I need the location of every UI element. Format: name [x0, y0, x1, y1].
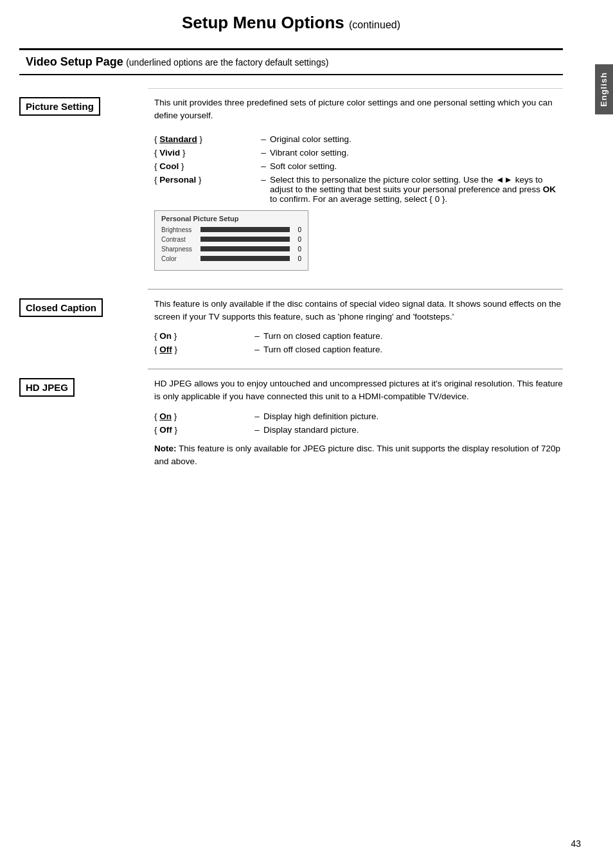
slider-sharpness: Sharpness 0 — [161, 246, 301, 253]
dash-cc-on: – — [251, 330, 263, 342]
desc-hd-on: Display high definition picture. — [263, 410, 563, 422]
dash-hd-off: – — [251, 424, 263, 436]
picture-setting-row: Picture Setting This unit provides three… — [19, 88, 563, 289]
slider-brightness-label: Brightness — [161, 226, 197, 233]
section-header-bold: Video Setup Page — [26, 55, 123, 68]
content-area: Setup Menu Options (continued) Video Set… — [0, 0, 595, 494]
option-hd-off: { Off } — [154, 424, 251, 436]
personal-setup-box: Personal Picture Setup Brightness 0 Cont… — [154, 210, 308, 271]
option-vivid: { Vivid } — [154, 147, 257, 159]
hd-jpeg-row: HD JPEG HD JPEG allows you to enjoy unto… — [19, 369, 563, 481]
dash-hd-on: – — [251, 410, 263, 422]
picture-options-area: { Standard } – Original color setting. {… — [154, 129, 563, 276]
slider-brightness-track — [200, 227, 290, 232]
desc-cool: Soft color setting. — [270, 160, 563, 172]
option-cc-off: { Off } — [154, 343, 251, 356]
closed-caption-options: { On } – Turn on closed caption feature.… — [154, 330, 563, 356]
settings-area: Picture Setting This unit provides three… — [19, 88, 563, 481]
desc-personal: Select this to personalize the picture c… — [270, 174, 563, 205]
title-continued: (continued) — [349, 19, 400, 30]
title-text: Setup Menu Options — [182, 13, 344, 32]
page-number: 43 — [571, 838, 581, 849]
personal-setup-title: Personal Picture Setup — [161, 215, 301, 222]
closed-caption-description: This feature is only available if the di… — [154, 298, 563, 324]
slider-color: Color 0 — [161, 255, 301, 262]
page-title: Setup Menu Options (continued) — [19, 13, 563, 38]
dash-vivid: – — [257, 147, 270, 159]
hd-jpeg-label: HD JPEG — [19, 378, 75, 397]
section-header: Video Setup Page (underlined options are… — [19, 48, 563, 75]
closed-caption-row: Closed Caption This feature is only avai… — [19, 289, 563, 369]
slider-color-track — [200, 256, 290, 261]
page-container: English Setup Menu Options (continued) V… — [0, 0, 613, 868]
slider-contrast-label: Contrast — [161, 236, 197, 243]
slider-contrast-track — [200, 237, 290, 242]
hd-jpeg-content-cell: HD JPEG allows you to enjoy untouched an… — [148, 369, 563, 481]
slider-color-label: Color — [161, 255, 197, 262]
picture-setting-label-cell: Picture Setting — [19, 88, 148, 289]
hd-jpeg-label-cell: HD JPEG — [19, 369, 148, 481]
picture-options-grid: { Standard } – Original color setting. {… — [154, 133, 563, 205]
picture-setting-content-cell: This unit provides three predefined sets… — [148, 88, 563, 289]
desc-vivid: Vibrant color setting. — [270, 147, 563, 159]
hd-jpeg-description: HD JPEG allows you to enjoy untouched an… — [154, 377, 563, 404]
closed-caption-label-cell: Closed Caption — [19, 289, 148, 369]
slider-brightness: Brightness 0 — [161, 226, 301, 233]
option-personal: { Personal } — [154, 174, 257, 205]
slider-contrast-value: 0 — [294, 236, 301, 243]
dash-personal: – — [257, 174, 270, 205]
slider-brightness-value: 0 — [294, 226, 301, 233]
hd-jpeg-options: { On } – Display high definition picture… — [154, 410, 563, 436]
option-cool: { Cool } — [154, 160, 257, 172]
option-standard: { Standard } — [154, 133, 257, 145]
option-cc-on: { On } — [154, 330, 251, 342]
slider-contrast: Contrast 0 — [161, 236, 301, 243]
closed-caption-content-cell: This feature is only available if the di… — [148, 289, 563, 369]
picture-setting-description: This unit provides three predefined sets… — [154, 96, 563, 123]
desc-cc-on: Turn on closed caption feature. — [263, 330, 563, 342]
desc-hd-off: Display standard picture. — [263, 424, 563, 436]
english-tab: English — [595, 64, 613, 114]
picture-options-left: { Standard } – Original color setting. {… — [154, 129, 563, 276]
desc-standard: Original color setting. — [270, 133, 563, 145]
dash-cc-off: – — [251, 343, 263, 356]
slider-color-value: 0 — [294, 255, 301, 262]
slider-sharpness-track — [200, 246, 290, 251]
option-hd-on: { On } — [154, 410, 251, 422]
dash-cool: – — [257, 160, 270, 172]
closed-caption-label: Closed Caption — [19, 298, 103, 317]
desc-cc-off: Turn off closed caption feature. — [263, 343, 563, 356]
picture-setting-label: Picture Setting — [19, 97, 100, 116]
section-header-note: (underlined options are the factory defa… — [126, 57, 328, 68]
slider-sharpness-value: 0 — [294, 246, 301, 253]
slider-sharpness-label: Sharpness — [161, 246, 197, 253]
hd-jpeg-note: Note: This feature is only available for… — [154, 442, 563, 469]
dash-standard: – — [257, 133, 270, 145]
